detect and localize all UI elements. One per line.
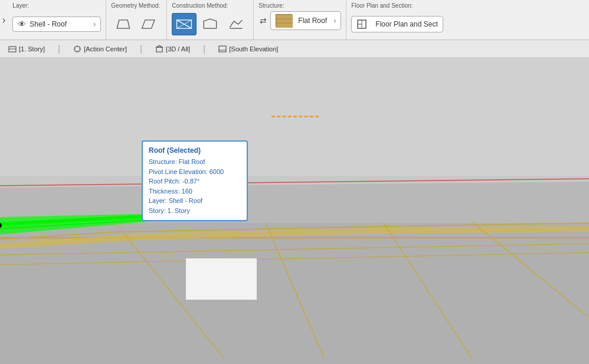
construction-btn-2[interactable] — [198, 13, 222, 35]
structure-section: Structure: ⇄ Flat Roof › — [254, 0, 346, 40]
geometry-btn-2[interactable] — [137, 13, 162, 35]
layer-value: Shell - Roof — [30, 20, 90, 28]
separator-1: | — [58, 44, 60, 54]
layer-arrow: › — [93, 20, 96, 28]
geometry-buttons — [111, 11, 162, 37]
info-line-2: Pivot Line Elevation: 6000 — [149, 167, 241, 177]
svg-rect-37 — [186, 258, 257, 300]
floor-plan-content: Floor Plan and Sect — [351, 11, 443, 37]
construction-btn-1[interactable] — [172, 13, 197, 35]
trapezoid-icon — [114, 16, 133, 32]
geometry-section: Geometry Method: — [106, 0, 167, 40]
info-line-4: Thickness: 160 — [149, 186, 241, 196]
construction-section: Construction Method: — [167, 0, 254, 40]
svg-marker-0 — [117, 20, 130, 28]
svg-rect-22 — [219, 46, 226, 52]
viewbar: [1. Story] | [Action Center] | [3D / All… — [0, 40, 589, 58]
3d-view-label: [3D / All] — [166, 45, 190, 53]
info-box-title: Roof (Selected) — [149, 146, 241, 155]
info-line-6: Story: 1. Story — [149, 206, 241, 216]
3d-scene — [0, 58, 589, 364]
flat-roof-label: Flat Roof — [298, 17, 330, 25]
action-center-item[interactable]: [Action Center] — [70, 44, 130, 54]
svg-marker-1 — [142, 20, 155, 28]
construction-btn-3[interactable] — [224, 13, 248, 35]
structure-label: Structure: — [258, 2, 341, 9]
story-label: [1. Story] — [19, 45, 45, 53]
action-center-label: [Action Center] — [84, 45, 127, 53]
flat-roof-icon — [276, 14, 292, 27]
3d-view-item[interactable]: [3D / All] — [152, 44, 194, 54]
construction-buttons — [172, 11, 248, 37]
structure-content: ⇄ Flat Roof › — [258, 11, 341, 30]
geometry-btn-1[interactable] — [111, 13, 136, 35]
south-elevation-item[interactable]: [South Elevation] — [215, 44, 282, 54]
separator-3: | — [203, 44, 205, 54]
construction-icon-1 — [175, 16, 194, 32]
construction-icon-3 — [227, 16, 246, 32]
svg-rect-7 — [276, 15, 293, 28]
svg-marker-21 — [156, 45, 162, 47]
svg-rect-20 — [156, 47, 162, 52]
eye-icon: 👁 — [18, 19, 26, 29]
layer-label: Layer: — [12, 2, 101, 9]
layer-section-content: 👁 Shell - Roof › — [12, 11, 101, 37]
3d-viewport[interactable]: Roof (Selected) Structure: Flat Roof Piv… — [0, 58, 589, 364]
floor-plan-dropdown[interactable]: Floor Plan and Sect — [351, 16, 443, 32]
south-elevation-label: [South Elevation] — [229, 45, 278, 53]
flat-roof-dropdown[interactable]: Flat Roof › — [270, 11, 341, 30]
geometry-label: Geometry Method: — [111, 2, 162, 9]
info-line-3: Roof Pitch: -0,87° — [149, 176, 241, 186]
floor-plan-value: Floor Plan and Sect — [375, 20, 437, 28]
main-toolbar: › Layer: 👁 Shell - Roof › Geometry Metho… — [0, 0, 589, 40]
floor-plan-label: Floor Plan and Section: — [351, 2, 443, 9]
parallelogram-icon — [140, 16, 159, 32]
3d-icon — [155, 45, 163, 53]
structure-nav-left[interactable]: ⇄ — [258, 15, 268, 27]
construction-icon-2 — [201, 16, 220, 32]
roof-info-box: Roof (Selected) Structure: Flat Roof Piv… — [142, 140, 248, 221]
construction-label: Construction Method: — [172, 2, 248, 9]
dashed-indicator — [271, 116, 319, 119]
separator-2: | — [140, 44, 142, 54]
svg-marker-26 — [0, 223, 589, 364]
story-icon — [8, 45, 17, 53]
info-line-5: Layer: Shell - Roof — [149, 196, 241, 206]
flat-roof-arrow: › — [333, 17, 336, 25]
floor-plan-section: Floor Plan and Section: Floor Plan and S… — [346, 0, 447, 40]
action-center-icon — [73, 45, 81, 53]
toolbar-left-nav[interactable]: › — [0, 0, 8, 40]
floor-plan-icon — [356, 19, 369, 29]
elevation-icon — [218, 45, 227, 53]
layer-section: Layer: 👁 Shell - Roof › — [8, 0, 106, 40]
info-line-1: Structure: Flat Roof — [149, 157, 241, 167]
story-item[interactable]: [1. Story] — [5, 44, 48, 54]
layer-dropdown[interactable]: 👁 Shell - Roof › — [12, 17, 101, 32]
